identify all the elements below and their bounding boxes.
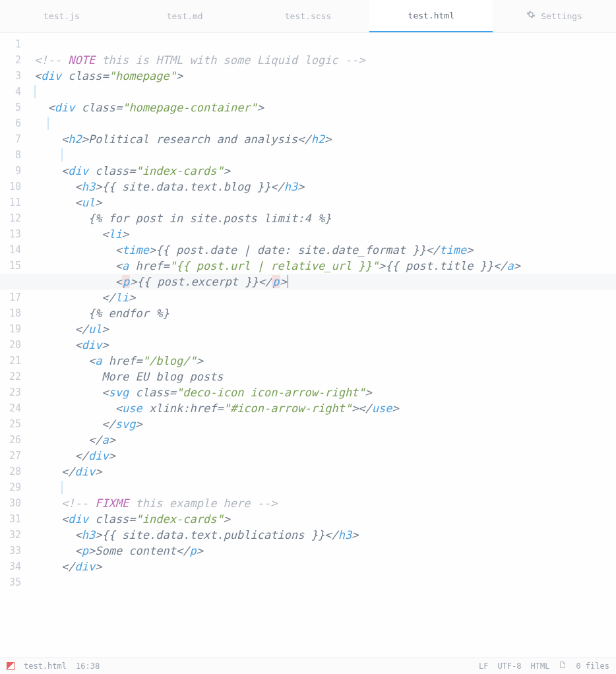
code-line[interactable] xyxy=(26,479,616,495)
tab-test-html[interactable]: test.html xyxy=(369,0,493,32)
status-bar: test.html 16:38 LF UTF-8 HTML 0 files xyxy=(0,657,616,674)
line-number: 3 xyxy=(0,68,21,84)
code-line[interactable]: <div class="homepage"> xyxy=(26,68,616,84)
line-number: 32 xyxy=(0,527,21,543)
code-line[interactable]: <div class="homepage-container"> xyxy=(26,100,616,115)
code-line[interactable]: <p>{{ post.excerpt }}</p> xyxy=(26,274,616,290)
line-number: 8 xyxy=(0,147,21,163)
line-number: 22 xyxy=(0,369,21,384)
status-encoding[interactable]: UTF-8 xyxy=(497,658,521,674)
code-line[interactable]: <!-- FIXME this example here --> xyxy=(26,495,616,511)
status-time: 16:38 xyxy=(76,658,100,674)
line-number: 18 xyxy=(0,305,21,321)
code-line[interactable]: <use xlink:href="#icon-arrow-right"></us… xyxy=(26,400,616,416)
app-logo-icon xyxy=(7,662,15,670)
line-number: 33 xyxy=(0,543,21,559)
code-line[interactable]: <h3>{{ site.data.text.publications }}</h… xyxy=(26,527,616,543)
text-cursor xyxy=(288,275,288,288)
line-number: 5 xyxy=(0,100,21,115)
tab-label: Settings xyxy=(541,9,582,24)
tab-settings[interactable]: Settings xyxy=(493,0,616,32)
line-number: 2 xyxy=(0,52,21,68)
line-number-gutter: 1234567891011121314151617181920212223242… xyxy=(0,33,26,657)
line-number: 25 xyxy=(0,416,21,432)
gear-icon xyxy=(526,9,536,24)
code-line[interactable]: <ul> xyxy=(26,195,616,210)
code-line[interactable]: <svg class="deco-icon icon-arrow-right"> xyxy=(26,384,616,400)
status-file[interactable]: test.html xyxy=(24,658,67,674)
line-number: 29 xyxy=(0,479,21,495)
line-number: 20 xyxy=(0,337,21,353)
line-number: 12 xyxy=(0,210,21,226)
line-number: 11 xyxy=(0,195,21,210)
line-number: 24 xyxy=(0,400,21,416)
code-line[interactable]: <p>Some content</p> xyxy=(26,543,616,559)
code-line[interactable]: <li> xyxy=(26,226,616,242)
code-line[interactable]: <div> xyxy=(26,337,616,353)
tab-label: test.scss xyxy=(285,9,331,24)
code-line[interactable]: </div> xyxy=(26,464,616,479)
line-number: 23 xyxy=(0,384,21,400)
code-line[interactable]: </ul> xyxy=(26,321,616,337)
tab-test-scss[interactable]: test.scss xyxy=(247,0,370,32)
code-line[interactable]: </svg> xyxy=(26,416,616,432)
code-line[interactable]: {% for post in site.posts limit:4 %} xyxy=(26,210,616,226)
code-line[interactable]: </li> xyxy=(26,290,616,305)
line-number: 15 xyxy=(0,258,21,274)
tab-test-md[interactable]: test.md xyxy=(123,0,247,32)
code-line[interactable]: <div class="index-cards"> xyxy=(26,511,616,527)
code-line[interactable]: <time>{{ post.date | date: site.date_for… xyxy=(26,242,616,258)
line-number: 31 xyxy=(0,511,21,527)
status-language[interactable]: HTML xyxy=(531,658,550,674)
code-line[interactable]: {% endfor %} xyxy=(26,305,616,321)
code-line[interactable] xyxy=(26,36,616,52)
line-number: 4 xyxy=(0,84,21,100)
code-line[interactable]: </a> xyxy=(26,432,616,448)
file-icon xyxy=(559,658,567,674)
code-line[interactable] xyxy=(26,574,616,590)
code-line[interactable]: <a href="/blog/"> xyxy=(26,353,616,369)
code-line[interactable]: <!-- NOTE this is HTML with some Liquid … xyxy=(26,52,616,68)
line-number: 35 xyxy=(0,574,21,590)
tab-label: test.html xyxy=(408,8,454,24)
line-number: 27 xyxy=(0,448,21,464)
line-number: 1 xyxy=(0,36,21,52)
line-number: 13 xyxy=(0,226,21,242)
code-line[interactable]: <h3>{{ site.data.text.blog }}</h3> xyxy=(26,179,616,195)
code-line[interactable] xyxy=(26,147,616,163)
status-eol[interactable]: LF xyxy=(479,658,488,674)
line-number: 26 xyxy=(0,432,21,448)
code-line[interactable]: More EU blog posts xyxy=(26,369,616,384)
line-number: 7 xyxy=(0,131,21,147)
line-number: 30 xyxy=(0,495,21,511)
line-number: 9 xyxy=(0,163,21,179)
code-line[interactable]: </div> xyxy=(26,559,616,574)
code-line[interactable]: </div> xyxy=(26,448,616,464)
tab-test-js[interactable]: test.js xyxy=(0,0,123,32)
tab-bar: test.js test.md test.scss test.html Sett… xyxy=(0,0,616,33)
editor[interactable]: 1234567891011121314151617181920212223242… xyxy=(0,33,616,657)
status-open-files[interactable]: 0 files xyxy=(576,658,609,674)
line-number: 34 xyxy=(0,559,21,574)
line-number: 21 xyxy=(0,353,21,369)
code-area[interactable]: <!-- NOTE this is HTML with some Liquid … xyxy=(26,33,616,657)
tab-label: test.js xyxy=(44,9,80,24)
code-line[interactable] xyxy=(26,84,616,100)
code-line[interactable]: <h2>Political research and analysis</h2> xyxy=(26,131,616,147)
line-number: 6 xyxy=(0,115,21,131)
code-line[interactable]: <a href="{{ post.url | relative_url }}">… xyxy=(26,258,616,274)
line-number: 19 xyxy=(0,321,21,337)
line-number: 17 xyxy=(0,290,21,305)
line-number: 28 xyxy=(0,464,21,479)
line-number: 10 xyxy=(0,179,21,195)
code-line[interactable] xyxy=(26,115,616,131)
line-number: 14 xyxy=(0,242,21,258)
code-line[interactable]: <div class="index-cards"> xyxy=(26,163,616,179)
tab-label: test.md xyxy=(167,9,203,24)
